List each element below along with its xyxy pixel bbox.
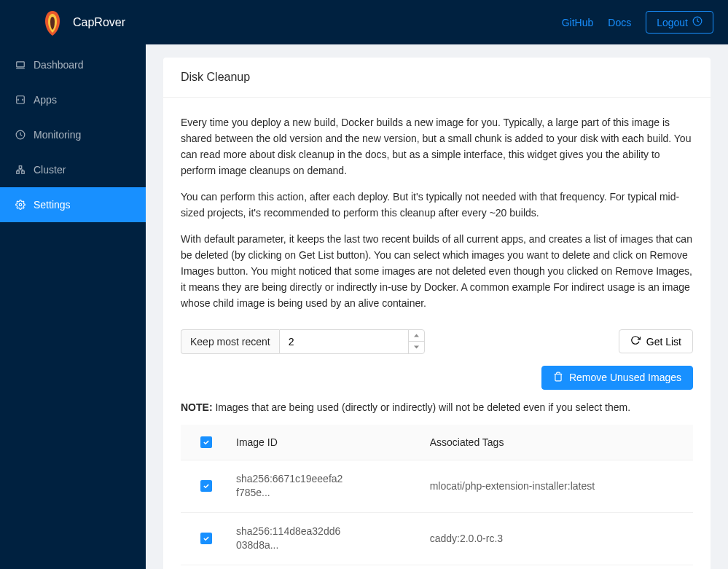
laptop-icon	[15, 59, 26, 71]
note-body: Images that are being used (directly or …	[213, 401, 631, 413]
image-id-cell: sha256:114d8ea32dd6038d8a...	[236, 525, 345, 553]
note-label: NOTE:	[181, 401, 213, 413]
sidebar-item-label: Cluster	[34, 164, 66, 176]
gear-icon	[15, 199, 26, 211]
paragraph-3: With default parameter, it keeps the las…	[181, 232, 693, 312]
card-body: Every time you deploy a new build, Docke…	[163, 98, 711, 569]
note-text: NOTE: Images that are being used (direct…	[181, 401, 693, 413]
logout-label: Logout	[657, 17, 688, 28]
content-area: Disk Cleanup Every time you deploy a new…	[146, 44, 728, 569]
select-all-header	[181, 425, 224, 460]
trash-icon	[553, 372, 563, 384]
logout-icon	[692, 16, 702, 28]
paragraph-1: Every time you deploy a new build, Docke…	[181, 115, 693, 179]
remove-label: Remove Unused Images	[569, 372, 681, 383]
svg-rect-5	[17, 171, 20, 174]
stepper-up-button[interactable]	[409, 330, 424, 342]
svg-rect-6	[22, 171, 25, 174]
sidebar-item-label: Apps	[34, 94, 57, 106]
sidebar-item-dashboard[interactable]: Dashboard	[0, 47, 146, 82]
stepper-down-button[interactable]	[409, 342, 424, 353]
keep-recent-label: Keep most recent	[181, 329, 279, 354]
table-row: sha256:114d8ea32dd6038d8a... caddy:2.0.0…	[181, 512, 693, 565]
get-list-label: Get List	[646, 336, 681, 348]
number-input-wrapper	[279, 329, 425, 354]
svg-point-7	[19, 203, 22, 206]
github-link[interactable]: GitHub	[562, 17, 594, 28]
svg-rect-4	[19, 166, 22, 169]
logout-button[interactable]: Logout	[646, 11, 713, 34]
card-header: Disk Cleanup	[163, 58, 711, 98]
svg-rect-1	[17, 62, 25, 67]
sidebar-item-settings[interactable]: Settings	[0, 187, 146, 222]
table-row: sha256:6671c19eeefa2f785e... mlocati/php…	[181, 460, 693, 512]
docs-link[interactable]: Docs	[608, 17, 631, 28]
number-steppers	[408, 330, 424, 353]
disk-cleanup-card: Disk Cleanup Every time you deploy a new…	[163, 58, 711, 569]
code-icon	[15, 94, 26, 106]
keep-recent-input-group: Keep most recent	[181, 329, 425, 354]
sidebar-item-monitoring[interactable]: Monitoring	[0, 117, 146, 152]
sidebar: Dashboard Apps Monitoring Cluster Settin…	[0, 44, 146, 569]
caprover-logo	[41, 8, 64, 37]
sidebar-item-label: Settings	[34, 199, 71, 211]
sync-icon	[630, 335, 641, 348]
row-checkbox[interactable]	[200, 480, 212, 492]
header-right: GitHub Docs Logout	[562, 11, 713, 34]
keep-recent-input[interactable]	[279, 329, 425, 354]
sidebar-item-cluster[interactable]: Cluster	[0, 152, 146, 187]
card-title: Disk Cleanup	[181, 71, 693, 84]
app-header: CapRover GitHub Docs Logout	[0, 0, 728, 44]
remove-button-row: Remove Unused Images	[181, 366, 693, 390]
paragraph-2: You can perform this action, after each …	[181, 189, 693, 221]
cluster-icon	[15, 164, 26, 176]
header-left: CapRover	[41, 8, 125, 37]
sidebar-item-apps[interactable]: Apps	[0, 82, 146, 117]
dashboard-icon	[15, 129, 26, 141]
row-checkbox[interactable]	[200, 533, 212, 544]
controls-row: Keep most recent	[181, 329, 693, 354]
select-all-checkbox[interactable]	[200, 436, 212, 448]
sidebar-item-label: Monitoring	[34, 129, 81, 141]
app-title: CapRover	[73, 16, 125, 29]
image-id-cell: sha256:6671c19eeefa2f785e...	[236, 472, 345, 501]
get-list-button[interactable]: Get List	[619, 329, 693, 353]
sidebar-item-label: Dashboard	[34, 59, 84, 71]
image-id-header: Image ID	[224, 425, 418, 460]
tags-cell: mlocati/php-extension-installer:latest	[418, 460, 693, 512]
remove-unused-images-button[interactable]: Remove Unused Images	[541, 366, 693, 390]
table-header-row: Image ID Associated Tags	[181, 425, 693, 460]
images-table: Image ID Associated Tags sha256:6671c19e…	[181, 425, 693, 565]
tags-cell: caddy:2.0.0-rc.3	[418, 512, 693, 565]
tags-header: Associated Tags	[418, 425, 693, 460]
